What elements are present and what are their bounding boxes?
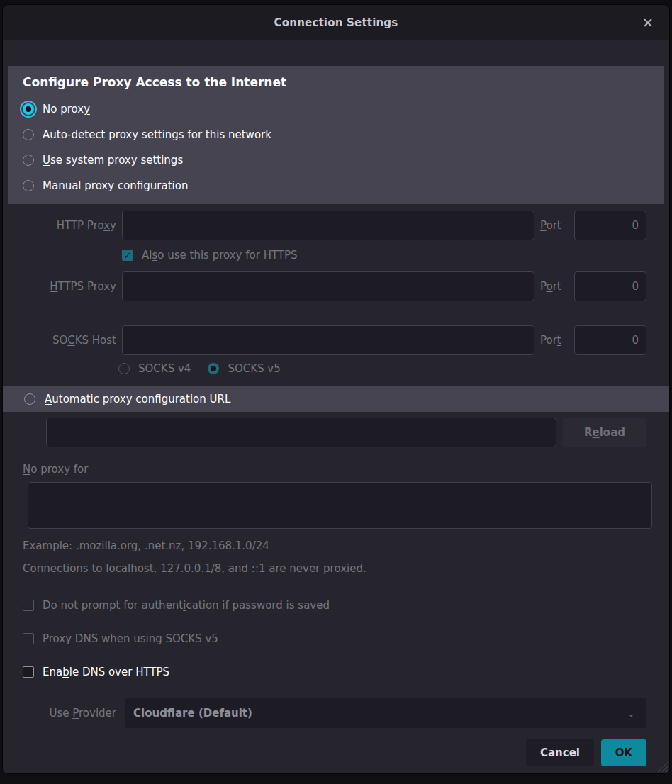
checkbox-icon — [23, 666, 34, 678]
radio-button-icon — [23, 180, 34, 191]
http-port-label: Port — [540, 219, 569, 232]
checkbox-label: Do not prompt for authentication if pass… — [43, 599, 330, 612]
https-proxy-input — [122, 271, 534, 301]
auto-url-row: Reload — [46, 418, 646, 447]
provider-selected-value: Cloudflare (Default) — [133, 707, 252, 719]
radio-automatic-proxy-url[interactable]: Automatic proxy configuration URL — [3, 386, 669, 412]
radio-button-icon — [23, 103, 34, 115]
radio-button-icon — [24, 393, 35, 405]
checkbox-proxy-dns-socks5: Proxy DNS when using SOCKS v5 — [23, 629, 669, 649]
radio-button-checked-icon — [208, 363, 219, 374]
radio-button-icon — [23, 129, 34, 140]
radio-label: Auto-detect proxy settings for this netw… — [43, 128, 271, 141]
manual-proxy-section: HTTP Proxy Port ✓ Also use this proxy fo… — [17, 211, 646, 375]
checkbox-label: Proxy DNS when using SOCKS v5 — [43, 632, 218, 645]
also-https-label: Also use this proxy for HTTPS — [142, 249, 298, 262]
ok-button[interactable]: OK — [601, 739, 646, 766]
socks-port-input — [574, 325, 646, 355]
socks-version-row: SOCKS v4 SOCKS v5 — [118, 362, 646, 375]
http-proxy-input — [122, 211, 534, 240]
close-icon[interactable]: ✕ — [639, 14, 656, 31]
checkbox-label: Enable DNS over HTTPS — [43, 666, 169, 678]
socks-port-label: Port — [540, 334, 569, 347]
https-proxy-label: HTTPS Proxy — [17, 280, 116, 293]
radio-system-proxy[interactable]: Use system proxy settings — [23, 147, 649, 173]
no-proxy-for-textarea — [28, 482, 652, 529]
chevron-down-icon: ⌄ — [627, 708, 635, 719]
connection-settings-dialog: Connection Settings ✕ Configure Proxy Ac… — [2, 4, 670, 774]
doh-provider-row: Use Provider Cloudflare (Default) ⌄ — [17, 698, 646, 728]
checkbox-icon — [23, 633, 34, 644]
checkbox-checked-icon: ✓ — [122, 250, 133, 261]
http-port-input — [574, 211, 646, 240]
reload-button: Reload — [563, 418, 646, 447]
resize-grip[interactable] — [657, 761, 668, 772]
http-proxy-label: HTTP Proxy — [17, 219, 116, 232]
radio-label: No proxy — [43, 103, 90, 116]
checkbox-enable-doh[interactable]: Enable DNS over HTTPS — [23, 662, 669, 682]
panel-heading: Configure Proxy Access to the Internet — [23, 75, 649, 89]
radio-button-icon — [23, 155, 34, 166]
proxy-mode-panel: Configure Proxy Access to the Internet N… — [8, 66, 664, 204]
https-port-label: Port — [540, 280, 569, 293]
socks-host-label: SOCKS Host — [17, 334, 116, 347]
no-proxy-for-label: No proxy for — [23, 463, 669, 476]
provider-dropdown: Cloudflare (Default) ⌄ — [125, 698, 646, 728]
radio-auto-detect[interactable]: Auto-detect proxy settings for this netw… — [23, 122, 649, 147]
auto-url-input — [46, 418, 556, 447]
use-provider-label: Use Provider — [17, 707, 116, 719]
radio-no-proxy[interactable]: No proxy — [23, 96, 649, 122]
dialog-title: Connection Settings — [274, 16, 398, 29]
socks-v5-label: SOCKS v5 — [228, 362, 280, 375]
radio-label: Automatic proxy configuration URL — [45, 393, 230, 405]
also-https-checkbox-row: ✓ Also use this proxy for HTTPS — [122, 249, 646, 262]
socks-v4-label: SOCKS v4 — [138, 362, 191, 375]
no-proxy-example-text: Example: .mozilla.org, .net.nz, 192.168.… — [23, 539, 669, 552]
cancel-button[interactable]: Cancel — [526, 739, 594, 766]
localhost-note-text: Connections to localhost, 127.0.0.1/8, a… — [23, 562, 669, 575]
checkbox-no-auth-prompt: Do not prompt for authentication if pass… — [23, 595, 669, 615]
https-port-input — [574, 271, 646, 301]
radio-label: Use system proxy settings — [43, 154, 183, 167]
radio-manual-proxy[interactable]: Manual proxy configuration — [23, 173, 649, 198]
dialog-footer: Cancel OK — [3, 739, 646, 766]
checkbox-icon — [23, 600, 34, 611]
dialog-titlebar: Connection Settings ✕ — [3, 5, 669, 40]
radio-button-icon — [118, 363, 130, 374]
radio-label: Manual proxy configuration — [43, 179, 188, 192]
socks-host-input — [122, 325, 534, 355]
